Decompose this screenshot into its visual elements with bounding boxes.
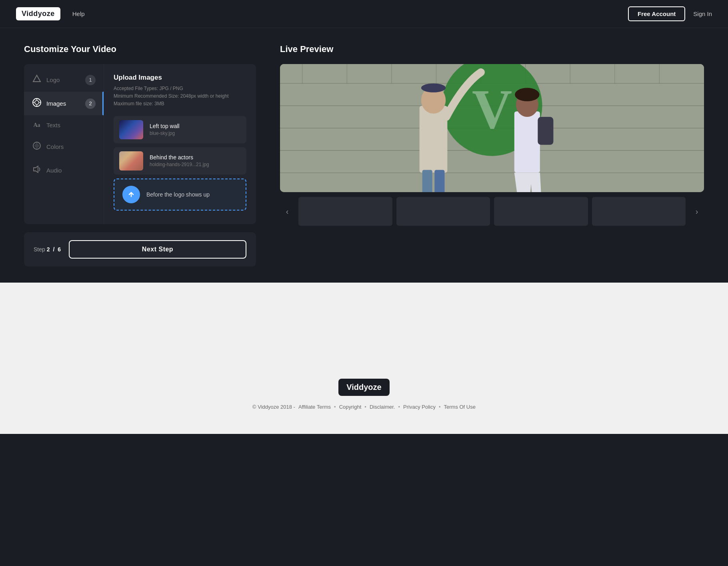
footer-dot-1: •	[334, 404, 336, 410]
sidebar-label-logo: Logo	[46, 76, 60, 83]
svg-rect-39	[434, 170, 444, 192]
footer-dot-2: •	[364, 404, 366, 410]
upload-title: Upload Images	[114, 74, 246, 82]
sidebar-item-images[interactable]: Images 2	[24, 92, 104, 115]
sidebar-label-images: Images	[46, 100, 66, 107]
footer-privacy[interactable]: Privacy Policy	[403, 404, 436, 410]
image-filename-2: holding-hands-2919...21.jpg	[150, 162, 241, 167]
upload-info: Accepted File Types: JPG / PNG Minimum R…	[114, 85, 246, 108]
image-thumb-sky	[119, 120, 143, 139]
upload-accepted: Accepted File Types: JPG / PNG	[114, 85, 246, 92]
step-total: 6	[58, 246, 61, 253]
image-name-1: Left top wall	[150, 123, 241, 129]
customize-title: Customize Your Video	[24, 44, 256, 54]
svg-point-41	[421, 83, 446, 92]
sidebar-label-audio: Audio	[46, 167, 62, 174]
images-badge: 2	[85, 98, 96, 109]
customize-box: Logo 1 Image	[24, 64, 256, 224]
audio-icon	[32, 165, 42, 176]
svg-point-44	[515, 88, 539, 101]
preview-main-image: V	[280, 64, 704, 192]
images-icon	[32, 98, 42, 109]
svg-marker-8	[34, 166, 38, 173]
thumb-4[interactable]	[592, 197, 686, 226]
sidebar-item-audio[interactable]: Audio	[24, 159, 104, 182]
sidebar-nav: Logo 1 Image	[24, 64, 104, 224]
preview-thumbnails: ‹ ›	[280, 197, 704, 226]
prev-button[interactable]: ‹	[280, 204, 294, 219]
help-link[interactable]: Help	[72, 10, 85, 17]
step-info: Step 2 / 6	[34, 246, 61, 253]
next-thumb-button[interactable]: ›	[690, 204, 704, 219]
svg-marker-0	[33, 75, 40, 82]
sidebar-label-colors: Colors	[46, 143, 64, 150]
active-indicator	[102, 92, 104, 115]
live-preview-title: Live Preview	[280, 44, 704, 54]
svg-point-2	[35, 100, 39, 104]
header: Viddyoze Help Free Account Sign In	[0, 0, 728, 28]
step-bar: Step 2 / 6 Next Step	[24, 232, 256, 267]
image-thumb-hands	[119, 151, 143, 171]
thumb-2[interactable]	[396, 197, 490, 226]
image-info-1: Left top wall blue-sky.jpg	[150, 123, 241, 136]
upload-min-size: Minimum Recommended Size: 2048px width o…	[114, 92, 246, 100]
sidebar-item-texts[interactable]: Aa Texts	[24, 115, 104, 135]
sidebar-item-logo[interactable]: Logo 1	[24, 68, 104, 92]
svg-rect-45	[538, 117, 553, 145]
upload-max-size: Maximum file size: 3MB	[114, 100, 246, 108]
step-current: 2	[47, 246, 50, 253]
upload-icon	[122, 186, 140, 203]
texts-icon: Aa	[32, 122, 42, 128]
sidebar-label-texts: Texts	[46, 122, 60, 128]
footer-copyright: © Viddyoze 2018 -	[252, 404, 295, 410]
svg-text:V: V	[472, 78, 512, 140]
footer-affiliate[interactable]: Affiliate Terms	[298, 404, 331, 410]
upload-drop-area[interactable]: Before the logo shows up	[114, 179, 246, 211]
footer: Viddyoze © Viddyoze 2018 - Affiliate Ter…	[0, 283, 728, 434]
colors-icon	[32, 141, 42, 152]
content-area: Upload Images Accepted File Types: JPG /…	[104, 64, 256, 224]
footer-terms[interactable]: Terms Of Use	[444, 404, 476, 410]
upload-slot-label: Before the logo shows up	[146, 191, 210, 198]
thumb-strip	[298, 197, 686, 226]
image-name-2: Behind the actors	[150, 154, 241, 161]
preview-scene: V	[280, 64, 704, 192]
footer-dot-3: •	[398, 404, 400, 410]
thumb-3[interactable]	[494, 197, 588, 226]
left-panel: Customize Your Video Logo 1	[24, 44, 256, 267]
svg-rect-38	[422, 170, 432, 192]
image-filename-1: blue-sky.jpg	[150, 130, 241, 136]
logo-icon	[32, 74, 42, 85]
main-content: Customize Your Video Logo 1	[0, 28, 728, 283]
sidebar-item-colors[interactable]: Colors	[24, 135, 104, 159]
image-item-2[interactable]: Behind the actors holding-hands-2919...2…	[114, 147, 246, 175]
footer-disclaimer[interactable]: Disclaimer.	[370, 404, 395, 410]
footer-links: © Viddyoze 2018 - Affiliate Terms • Copy…	[8, 404, 720, 410]
footer-dot-4: •	[439, 404, 441, 410]
scene-svg: V	[280, 64, 704, 192]
svg-rect-42	[514, 111, 540, 173]
next-step-button[interactable]: Next Step	[69, 240, 246, 259]
footer-copyright-link[interactable]: Copyright	[339, 404, 362, 410]
thumb-1[interactable]	[298, 197, 392, 226]
right-panel: Live Preview	[280, 44, 704, 267]
header-left: Viddyoze Help	[16, 7, 85, 20]
logo-badge: 1	[85, 75, 96, 85]
header-right: Free Account Sign In	[628, 6, 712, 21]
logo: Viddyoze	[16, 7, 60, 20]
image-info-2: Behind the actors holding-hands-2919...2…	[150, 154, 241, 167]
sign-in-button[interactable]: Sign In	[693, 10, 712, 17]
image-item-1[interactable]: Left top wall blue-sky.jpg	[114, 116, 246, 143]
footer-logo: Viddyoze	[338, 379, 389, 396]
free-account-button[interactable]: Free Account	[628, 6, 685, 21]
